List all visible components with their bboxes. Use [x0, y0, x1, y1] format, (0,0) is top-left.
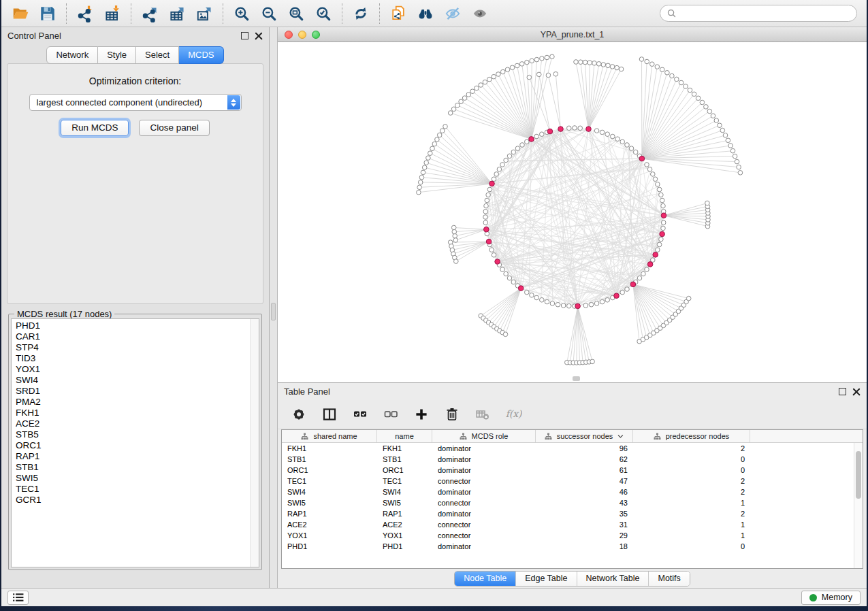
mcds-node[interactable] [575, 303, 581, 309]
network-node[interactable] [567, 303, 572, 308]
select-all-button[interactable] [351, 406, 369, 423]
mcds-result-list[interactable]: PHD1CAR1STP4TID3YOX1SWI4SRD1PMA2FKH1ACE2… [11, 318, 259, 567]
show-all-button[interactable] [466, 2, 494, 25]
network-node[interactable] [452, 229, 457, 234]
network-node[interactable] [657, 242, 662, 247]
network-node[interactable] [733, 154, 737, 159]
zoom-selected-button[interactable] [310, 2, 337, 25]
network-node[interactable] [530, 293, 534, 298]
network-node[interactable] [525, 60, 530, 65]
network-node[interactable] [686, 296, 691, 301]
task-history-button[interactable] [7, 591, 29, 605]
mcds-result-item[interactable]: ORC1 [12, 440, 259, 451]
network-canvas[interactable] [278, 42, 867, 382]
mcds-result-item[interactable]: TEC1 [12, 484, 259, 495]
network-node[interactable] [432, 142, 437, 146]
network-node[interactable] [704, 105, 709, 110]
network-graph[interactable] [278, 42, 867, 382]
column-header-shared-name[interactable]: shared name [282, 430, 377, 442]
column-header-successor-nodes[interactable]: successor nodes [536, 430, 633, 442]
column-header-name[interactable]: name [377, 430, 432, 442]
network-node[interactable] [530, 59, 534, 63]
deselect-all-button[interactable] [382, 406, 400, 423]
network-node[interactable] [500, 69, 505, 74]
table-scrollbar[interactable] [854, 443, 863, 568]
network-node[interactable] [462, 96, 467, 101]
zoom-in-button[interactable] [228, 2, 255, 25]
column-header-MCDS-role[interactable]: MCDS role [432, 430, 536, 442]
network-node[interactable] [661, 203, 666, 208]
mcds-node[interactable] [647, 262, 653, 267]
delete-table-button[interactable] [474, 406, 492, 423]
mcds-result-item[interactable]: SWI4 [12, 375, 259, 386]
mcds-node[interactable] [486, 239, 492, 244]
network-node[interactable] [692, 92, 696, 97]
network-node[interactable] [525, 290, 530, 295]
network-node[interactable] [483, 80, 487, 84]
network-node[interactable] [483, 210, 488, 214]
network-node[interactable] [650, 62, 655, 67]
network-node[interactable] [553, 72, 558, 77]
mcds-node[interactable] [495, 259, 500, 265]
mcds-result-item[interactable]: PHD1 [12, 320, 259, 331]
network-node[interactable] [611, 134, 615, 139]
tab-network[interactable]: Network [46, 46, 98, 64]
network-node[interactable] [534, 57, 539, 62]
network-node[interactable] [466, 93, 471, 97]
network-node[interactable] [661, 220, 666, 225]
network-node[interactable] [424, 161, 429, 165]
network-node[interactable] [615, 65, 620, 70]
network-node[interactable] [492, 253, 496, 258]
window-zoom-light[interactable] [312, 31, 320, 39]
network-node[interactable] [561, 303, 566, 308]
network-node[interactable] [620, 139, 625, 144]
network-node[interactable] [596, 62, 601, 67]
network-node[interactable] [534, 295, 539, 300]
search-binoculars-button[interactable] [412, 2, 439, 25]
network-node[interactable] [422, 165, 427, 170]
network-node[interactable] [511, 150, 516, 154]
network-node[interactable] [510, 65, 515, 70]
refresh-view-button[interactable] [347, 2, 374, 25]
network-node[interactable] [483, 220, 488, 225]
import-network-button[interactable] [71, 2, 99, 25]
network-node[interactable] [705, 201, 710, 205]
mcds-node[interactable] [639, 156, 645, 161]
network-node[interactable] [475, 86, 479, 90]
tab-network-table[interactable]: Network Table [577, 572, 649, 586]
network-node[interactable] [696, 96, 701, 101]
network-node[interactable] [688, 88, 692, 93]
network-node[interactable] [497, 167, 502, 172]
network-node[interactable] [437, 133, 442, 137]
mcds-result-item[interactable]: GCR1 [12, 495, 259, 506]
network-node[interactable] [629, 146, 634, 151]
network-node[interactable] [417, 185, 422, 190]
network-node[interactable] [479, 83, 483, 88]
tab-edge-table[interactable]: Edge Table [516, 572, 577, 586]
network-node[interactable] [645, 267, 649, 272]
network-node[interactable] [661, 226, 666, 231]
network-node[interactable] [707, 109, 712, 114]
close-table-panel-button[interactable] [852, 388, 861, 396]
network-node[interactable] [430, 146, 435, 151]
run-mcds-button[interactable]: Run MCDS [61, 120, 129, 136]
network-node[interactable] [659, 193, 664, 197]
network-node[interactable] [579, 60, 583, 65]
network-node[interactable] [540, 132, 545, 137]
window-close-light[interactable] [285, 31, 293, 39]
mcds-node[interactable] [489, 181, 495, 186]
network-node[interactable] [448, 111, 453, 116]
network-node[interactable] [711, 114, 716, 118]
network-node[interactable] [527, 75, 532, 80]
network-node[interactable] [651, 172, 656, 177]
window-minimize-light[interactable] [298, 31, 306, 39]
mcds-node[interactable] [518, 286, 524, 291]
network-node[interactable] [507, 154, 512, 159]
export-image-button[interactable] [191, 2, 218, 25]
network-window-titlebar[interactable]: YPA_prune.txt_1 [278, 27, 867, 42]
mcds-node[interactable] [484, 227, 489, 232]
network-node[interactable] [645, 163, 649, 167]
network-node[interactable] [511, 280, 516, 284]
network-node[interactable] [601, 63, 606, 67]
mcds-node[interactable] [614, 293, 620, 299]
